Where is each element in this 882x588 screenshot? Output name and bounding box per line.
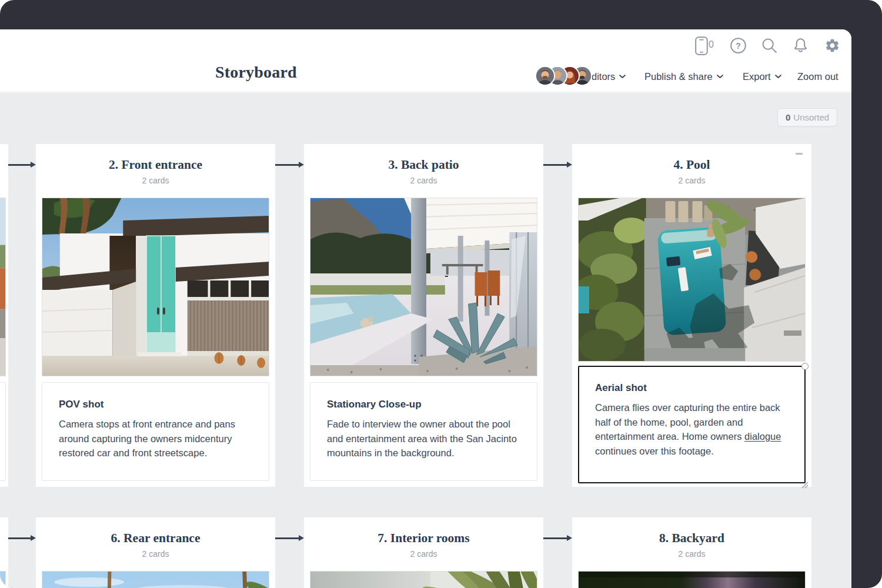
photo-partial-5[interactable] — [0, 571, 6, 588]
shot-note[interactable]: Stationary Close-up Fade to interview th… — [310, 382, 537, 481]
zoom-out-label: Zoom out — [797, 71, 838, 82]
column-title: 7. Interior rooms — [304, 531, 543, 545]
avatar-editor-1[interactable] — [535, 66, 555, 86]
chevron-down-icon — [717, 75, 723, 79]
screenshot-frame: Storyboard 0 ? — [0, 0, 882, 588]
bell-icon[interactable] — [793, 37, 808, 54]
flow-arrow — [275, 164, 299, 166]
svg-text:?: ? — [736, 41, 741, 51]
column-title: 6. Rear entrance — [36, 531, 275, 545]
flow-arrow — [543, 164, 567, 166]
column-card-back-patio[interactable]: 3. Back patio 2 cards — [304, 144, 543, 487]
flow-arrow — [543, 537, 567, 539]
column-card-front-entrance[interactable]: 2. Front entrance 2 cards — [36, 144, 275, 487]
mobile-device-count: 0 — [709, 39, 714, 50]
column-title: 4. Pool — [572, 158, 811, 172]
column-card-pool[interactable]: 4. Pool 2 cards — [572, 144, 811, 487]
export-label: Export — [743, 71, 771, 82]
column-title: 2. Front entrance — [36, 158, 275, 172]
chevron-down-icon — [619, 75, 626, 79]
column-card-partial-1[interactable] — [0, 144, 8, 487]
unsorted-badge[interactable]: 0 Unsorted — [777, 108, 837, 126]
column-card-count: 2 cards — [304, 549, 543, 559]
column-card-count: 2 cards — [572, 549, 811, 559]
header: Storyboard 0 ? — [0, 29, 851, 92]
publish-share-label: Publish & share — [644, 71, 713, 82]
storyboard-canvas[interactable]: 0 Unsorted — [0, 93, 851, 588]
rear-entrance-photo[interactable] — [42, 571, 269, 588]
column-card-partial-5[interactable] — [0, 517, 8, 588]
page-title: Storyboard — [215, 62, 297, 82]
search-icon[interactable] — [761, 38, 777, 54]
front-entrance-photo[interactable] — [42, 198, 269, 376]
column-card-rear-entrance[interactable]: 6. Rear entrance 2 cards — [36, 517, 275, 588]
shot-description: Fade to interview the owner about the po… — [327, 417, 520, 460]
app-window: Storyboard 0 ? — [0, 29, 851, 588]
resize-handle-icon[interactable] — [801, 482, 808, 489]
chevron-down-icon — [775, 75, 781, 79]
collapse-column-icon[interactable] — [796, 153, 803, 155]
gear-icon[interactable] — [824, 38, 840, 54]
aerial-pool-photo[interactable] — [578, 198, 806, 362]
backyard-photo[interactable] — [578, 571, 806, 588]
column-card-count: 2 cards — [304, 176, 543, 185]
unsorted-label: Unsorted — [793, 112, 829, 122]
export-menu[interactable]: Export — [743, 69, 781, 83]
shot-description: Camera flies over capturing the entire b… — [595, 400, 789, 458]
photo-partial-1[interactable] — [0, 198, 6, 376]
shot-note[interactable]: POV shot Camera stops at front entrance … — [42, 382, 269, 481]
shot-note-partial-1[interactable] — [0, 382, 6, 481]
shot-description: Camera stops at front entrance and pans … — [59, 417, 252, 460]
shot-type: Stationary Close-up — [327, 399, 520, 410]
description-text: continues over this footage. — [595, 446, 714, 456]
dialogue-link[interactable]: dialogue — [744, 431, 781, 442]
column-card-backyard[interactable]: 8. Backyard 2 cards — [572, 517, 811, 588]
column-card-count: 2 cards — [36, 549, 275, 559]
publish-share-menu[interactable]: Publish & share — [644, 69, 723, 83]
shot-type: Aerial shot — [595, 382, 789, 394]
flow-arrow — [8, 537, 31, 539]
flow-arrow — [275, 537, 299, 539]
mobile-device-icon[interactable] — [695, 36, 708, 55]
column-title: 3. Back patio — [304, 158, 543, 172]
interior-rooms-photo[interactable] — [310, 571, 537, 588]
column-card-interior-rooms[interactable]: 7. Interior rooms 2 cards — [304, 517, 543, 588]
flow-arrow — [8, 164, 31, 166]
zoom-out-button[interactable]: Zoom out — [797, 69, 838, 83]
column-card-count: 2 cards — [572, 176, 811, 185]
shot-type: POV shot — [59, 399, 252, 410]
unsorted-count: 0 — [786, 112, 790, 122]
shot-note-selected[interactable]: Aerial shot Camera flies over capturing … — [578, 366, 806, 483]
selection-handle[interactable] — [801, 363, 808, 370]
column-title: 8. Backyard — [572, 531, 811, 545]
help-icon[interactable]: ? — [730, 38, 746, 54]
column-card-count: 2 cards — [36, 176, 275, 185]
editor-avatars[interactable] — [535, 66, 592, 86]
back-patio-photo[interactable] — [310, 198, 537, 376]
